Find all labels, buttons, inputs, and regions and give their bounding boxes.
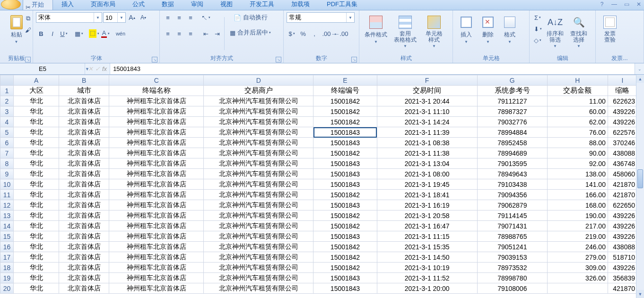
row-header[interactable]: 5 xyxy=(0,127,14,138)
cell[interactable]: 北京神州汽车租赁有限公司 xyxy=(204,252,313,263)
cell[interactable]: 华北 xyxy=(14,231,59,242)
cell[interactable]: 华北 xyxy=(14,210,59,221)
align-middle-button[interactable]: ≡ xyxy=(174,12,184,23)
name-box-input[interactable] xyxy=(0,65,85,72)
cell[interactable]: 北京首体店 xyxy=(59,283,109,294)
cell[interactable]: 北京神州汽车租赁有限公司 xyxy=(204,127,313,138)
cell[interactable]: 15001843 xyxy=(313,283,377,294)
cell[interactable]: 15001843 xyxy=(313,200,377,210)
cell[interactable]: 78988765 xyxy=(477,231,547,242)
cell[interactable]: 神州租车北京首体店 xyxy=(109,210,204,221)
cell[interactable]: 15001842 xyxy=(313,148,377,158)
cell[interactable]: 北京首体店 xyxy=(59,169,109,179)
col-header-I[interactable]: I xyxy=(608,75,636,86)
cell[interactable]: 神州租车北京首体店 xyxy=(109,252,204,263)
header-cell[interactable]: 系统参考号 xyxy=(477,86,547,96)
grow-font-button[interactable]: A▴ xyxy=(127,12,137,23)
cell[interactable]: 神州租车北京首体店 xyxy=(109,283,204,294)
cell[interactable]: 神州租车北京首体店 xyxy=(109,273,204,283)
row-header[interactable]: 20 xyxy=(0,283,14,294)
cell[interactable]: 2021-3-1 11:10 xyxy=(377,106,477,117)
help-icon[interactable]: ? xyxy=(599,1,605,8)
cell[interactable]: 2021-3-1 14:50 xyxy=(377,252,477,263)
cut-button[interactable]: ✂ xyxy=(23,2,33,12)
cell[interactable]: 北京首体店 xyxy=(59,221,109,231)
cell[interactable]: 华北 xyxy=(14,96,59,106)
cell[interactable]: 15001842 xyxy=(313,252,377,263)
cell[interactable]: 北京首体店 xyxy=(59,148,109,158)
cell[interactable]: 439226 xyxy=(608,106,636,117)
cell[interactable]: 北京神州汽车租赁有限公司 xyxy=(204,169,313,179)
row-header[interactable]: 8 xyxy=(0,158,14,169)
cell[interactable]: 421870 xyxy=(608,283,636,294)
cell[interactable]: 15001843 xyxy=(313,169,377,179)
cell[interactable]: 北京首体店 xyxy=(59,263,109,273)
cell[interactable]: 79051241 xyxy=(477,242,547,252)
decrease-indent-button[interactable]: ⇤ xyxy=(200,28,211,39)
tab-公式[interactable]: 公式 xyxy=(124,0,153,10)
row-header[interactable]: 1 xyxy=(0,86,14,96)
cell-styles-button[interactable]: 单元格 样式▼ xyxy=(421,12,447,51)
cell[interactable]: 458060 xyxy=(608,169,636,179)
cell[interactable]: 北京首体店 xyxy=(59,252,109,263)
cell[interactable]: 15001842 xyxy=(313,106,377,117)
cell[interactable]: 356839 xyxy=(608,273,636,283)
autosum-button[interactable]: Σ xyxy=(532,12,543,23)
decrease-decimal-button[interactable]: ←.00 xyxy=(336,28,346,39)
cell[interactable]: 60.00 xyxy=(547,106,608,117)
invoice-check-button[interactable]: 发票 查验 xyxy=(599,12,621,45)
cell[interactable]: 神州租车北京首体店 xyxy=(109,138,204,148)
close-icon[interactable]: ✕ xyxy=(635,1,642,8)
italic-button[interactable]: I xyxy=(47,28,58,39)
copy-button[interactable]: ⧉ xyxy=(23,13,33,24)
cell[interactable]: 北京首体店 xyxy=(59,273,109,283)
align-right-button[interactable]: ≡ xyxy=(185,28,196,39)
delete-cells-button[interactable]: 删除▼ xyxy=(478,12,498,46)
align-left-button[interactable]: ≡ xyxy=(163,28,173,39)
format-cells-button[interactable]: 格式▼ xyxy=(499,12,520,46)
sort-filter-button[interactable]: A↓Z排序和 筛选▼ xyxy=(544,12,566,51)
cell[interactable]: 15001842 xyxy=(313,117,377,127)
cell[interactable]: 439226 xyxy=(608,263,636,273)
cell[interactable]: 神州租车北京首体店 xyxy=(109,127,204,138)
font-dialog-launcher[interactable]: ↘ xyxy=(152,57,157,62)
cell[interactable]: 2021-3-1 18:41 xyxy=(377,190,477,200)
cell[interactable]: 北京神州汽车租赁有限公司 xyxy=(204,242,313,252)
cell[interactable]: 246.00 xyxy=(547,242,608,252)
header-cell[interactable]: 大区 xyxy=(14,86,59,96)
cell[interactable]: 北京神州汽车租赁有限公司 xyxy=(204,263,313,273)
cell[interactable]: 2021-3-1 19:45 xyxy=(377,179,477,190)
cell[interactable]: 北京神州汽车租赁有限公司 xyxy=(204,200,313,210)
cell[interactable]: 141.00 xyxy=(547,179,608,190)
tab-开发工具[interactable]: 开发工具 xyxy=(241,0,283,10)
cell[interactable]: 2021-3-1 08:38 xyxy=(377,138,477,148)
minimize-icon[interactable]: — xyxy=(611,1,618,8)
cell[interactable]: 华北 xyxy=(14,221,59,231)
cell[interactable]: 华北 xyxy=(14,263,59,273)
cell[interactable]: 北京首体店 xyxy=(59,138,109,148)
cell[interactable]: 15001842 xyxy=(313,210,377,221)
cell[interactable]: 北京首体店 xyxy=(59,158,109,169)
cell[interactable]: 439226 xyxy=(608,221,636,231)
cell[interactable]: 438088 xyxy=(608,148,636,158)
font-color-button[interactable]: A xyxy=(100,28,111,39)
header-cell[interactable]: 缩略 xyxy=(608,86,636,96)
cell[interactable]: 421870 xyxy=(608,179,636,190)
align-bottom-button[interactable]: ≡ xyxy=(185,12,196,23)
cell[interactable]: 90.00 xyxy=(547,148,608,158)
cell[interactable]: 北京首体店 xyxy=(59,106,109,117)
col-header-G[interactable]: G xyxy=(477,75,547,86)
cell[interactable]: 2021-3-1 16:19 xyxy=(377,200,477,210)
header-cell[interactable]: 城市 xyxy=(59,86,109,96)
cell[interactable]: 79108006 xyxy=(477,283,547,294)
align-top-button[interactable]: ≡ xyxy=(163,12,173,23)
cell[interactable]: 2021-3-1 11:38 xyxy=(377,148,477,158)
row-header[interactable]: 14 xyxy=(0,221,14,231)
cell[interactable]: 2021-3-1 08:00 xyxy=(377,169,477,179)
cell[interactable]: 518710 xyxy=(608,252,636,263)
cell[interactable]: 78998780 xyxy=(477,273,547,283)
row-header[interactable]: 19 xyxy=(0,273,14,283)
comma-button[interactable]: , xyxy=(309,28,320,39)
cell[interactable]: 168.00 xyxy=(547,200,608,210)
col-header-C[interactable]: C xyxy=(109,75,204,86)
